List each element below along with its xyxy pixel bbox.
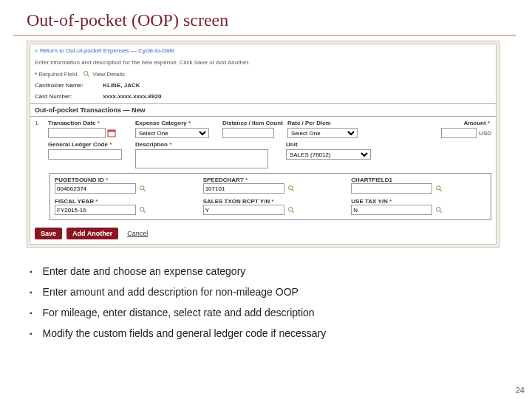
speedchart-label: SPEEDCHART	[203, 177, 244, 183]
star-icon: *	[95, 198, 98, 205]
pugetsound-id-label: PUGETSOUND ID	[55, 177, 104, 183]
card-number-value: xxxx-xxxx-xxxx-8920	[103, 93, 161, 100]
sales-txon-input[interactable]	[203, 205, 284, 215]
unit-select[interactable]: SALES (76012)	[286, 149, 371, 160]
form-row-2: General Ledger Code * Description * Unit…	[30, 138, 496, 168]
bullet-item: Modify the custom fields and general led…	[30, 323, 532, 344]
button-row: Save Add Another Cancel	[30, 223, 496, 244]
rate-select[interactable]: Select One	[287, 128, 358, 138]
transaction-date-label: Transaction Date	[48, 120, 95, 126]
page-number: 24	[516, 386, 525, 395]
svg-line-11	[143, 211, 146, 213]
slide-title: Out-of-pocket (OOP) screen	[0, 0, 532, 35]
screenshot-frame: < Return to Out-of-pocket Expenses — Cyc…	[27, 41, 499, 248]
svg-point-8	[437, 186, 440, 190]
required-field-label: Required Field	[38, 71, 77, 78]
use-tax-label: USE TAX Y/N	[351, 198, 388, 205]
fiscal-year-input[interactable]	[55, 205, 136, 215]
sales-txon-label: SALES TXON RCPT Y/N	[203, 198, 270, 205]
magnifier-icon[interactable]	[435, 185, 443, 192]
bullet-item: Enter amount and add description for non…	[30, 282, 532, 302]
star-icon: *	[188, 120, 191, 126]
magnifier-icon[interactable]	[139, 185, 146, 192]
view-details-label: View Details	[92, 71, 125, 78]
back-link[interactable]: < Return to Out-of-pocket Expenses — Cyc…	[30, 44, 496, 57]
svg-line-5	[143, 189, 146, 191]
expense-category-select[interactable]: Select One	[135, 128, 209, 138]
description-input[interactable]	[135, 149, 268, 168]
gl-code-input[interactable]	[48, 149, 122, 160]
svg-point-0	[84, 72, 88, 75]
svg-line-7	[292, 189, 294, 191]
svg-line-15	[440, 211, 443, 213]
cardholder-value: KLINE, JACK	[103, 82, 140, 89]
svg-line-13	[292, 211, 294, 213]
amount-currency: USD	[479, 130, 491, 137]
cardholder-label: Cardholder Name:	[35, 82, 101, 89]
distance-input[interactable]	[222, 128, 274, 138]
expense-category-label: Expense Category	[135, 120, 187, 126]
add-another-button[interactable]: Add Another	[66, 228, 118, 239]
pugetsound-id-input[interactable]	[55, 183, 136, 194]
title-underline	[13, 35, 516, 36]
star-icon: *	[109, 141, 112, 148]
use-tax-input[interactable]	[351, 205, 432, 215]
fiscal-year-label: FISCAL YEAR	[55, 198, 94, 205]
svg-point-4	[140, 186, 144, 190]
star-icon: *	[389, 198, 392, 205]
custom-fields-box: PUGETSOUND ID * SPEEDCHART * CHARTFIELD1…	[50, 173, 491, 220]
magnifier-icon	[83, 70, 90, 78]
magnifier-icon[interactable]	[287, 185, 295, 192]
star-icon: *	[169, 141, 171, 148]
magnifier-icon[interactable]	[139, 206, 146, 214]
svg-point-14	[437, 208, 440, 211]
star-icon: *	[271, 198, 273, 205]
chartfield1-label: CHARTFIELD1	[351, 177, 392, 183]
star-icon: *	[106, 177, 108, 183]
required-row: *Required Field View Details	[30, 68, 496, 80]
magnifier-icon[interactable]	[287, 206, 295, 214]
amount-label: Amount	[463, 120, 485, 126]
form-row-1: 1. Transaction Date * Expense Category *…	[30, 117, 496, 138]
screenshot-inner: < Return to Out-of-pocket Expenses — Cyc…	[30, 44, 497, 245]
svg-line-1	[87, 75, 89, 77]
bullet-item: Enter date and choose an expense categor…	[30, 261, 532, 282]
section-title: Out-of-pocket Transactions — New	[30, 103, 496, 117]
instruction-text: Enter information and description for th…	[30, 57, 496, 68]
card-number-label: Card Number:	[35, 93, 101, 100]
svg-point-10	[140, 208, 144, 211]
speedchart-input[interactable]	[203, 183, 284, 194]
save-button[interactable]: Save	[35, 228, 62, 239]
star-icon: *	[245, 177, 248, 183]
star-icon: *	[488, 120, 490, 126]
magnifier-icon[interactable]	[435, 206, 443, 214]
row-number: 1.	[35, 120, 42, 138]
chartfield1-input[interactable]	[351, 183, 432, 194]
bullet-item: For mileage, enter distance, select rate…	[30, 302, 532, 323]
svg-rect-3	[108, 130, 115, 132]
rate-label: Rate / Per Diem	[287, 120, 361, 126]
unit-label: Unit	[286, 141, 375, 148]
cardholder-row: Cardholder Name: KLINE, JACK	[30, 80, 496, 91]
gl-code-label: General Ledger Code	[48, 141, 108, 148]
calendar-icon[interactable]	[107, 129, 116, 137]
star-icon: *	[98, 120, 100, 126]
description-label: Description	[135, 141, 168, 148]
svg-point-6	[288, 186, 292, 190]
distance-label: Distance / Item Count	[222, 120, 282, 126]
bullet-list: Enter date and choose an expense categor…	[30, 261, 532, 344]
svg-line-9	[440, 189, 443, 191]
star-icon: *	[35, 71, 37, 78]
card-row: Card Number: xxxx-xxxx-xxxx-8920	[30, 91, 496, 102]
cancel-link[interactable]: Cancel	[127, 230, 148, 237]
transaction-date-input[interactable]	[48, 128, 106, 138]
amount-input[interactable]	[441, 128, 477, 138]
svg-point-12	[288, 208, 292, 211]
